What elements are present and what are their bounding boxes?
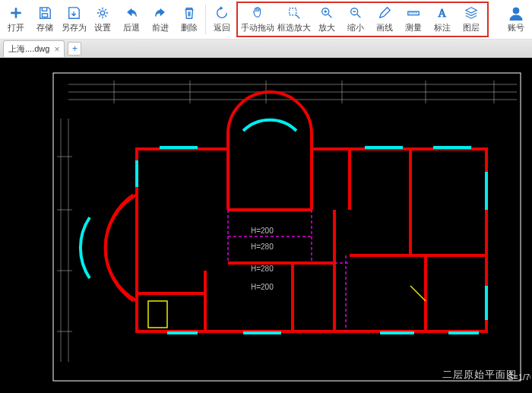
save-icon xyxy=(37,5,52,21)
file-tab[interactable]: 上海....dwg × xyxy=(3,40,65,57)
layers-label: 图层 xyxy=(463,22,480,33)
save-label: 存储 xyxy=(36,22,53,33)
measure-label: 测量 xyxy=(405,22,422,33)
undo-button[interactable]: 后退 xyxy=(117,0,146,39)
back-icon xyxy=(214,5,230,21)
redo-icon xyxy=(153,5,168,21)
pan-label: 手动拖动 xyxy=(241,22,274,33)
undo-label: 后退 xyxy=(123,22,140,33)
highlighted-tool-group: 手动拖动 框选放大 放大 缩小 画线 xyxy=(236,2,489,37)
drawing-title: 二层原始平面图 xyxy=(442,368,517,382)
pencil-icon xyxy=(377,5,392,21)
svg-line-47 xyxy=(410,286,426,301)
plus-icon xyxy=(8,5,24,21)
pan-button[interactable]: 手动拖动 xyxy=(239,3,276,36)
zoombox-button[interactable]: 框选放大 xyxy=(276,3,312,36)
height-label-2: H=280 xyxy=(251,242,274,251)
cad-drawing xyxy=(0,58,532,393)
open-button[interactable]: 打开 xyxy=(2,0,30,39)
redo-label: 前进 xyxy=(152,22,169,33)
saveas-button[interactable]: 另存为 xyxy=(59,0,88,39)
back-button[interactable]: 返回 xyxy=(207,0,236,39)
measure-button[interactable]: 测量 xyxy=(399,3,428,36)
height-label-3: H=280 xyxy=(251,265,274,273)
zoomin-button[interactable]: 放大 xyxy=(312,3,341,36)
svg-rect-0 xyxy=(42,14,47,17)
delete-button[interactable]: 删除 xyxy=(175,0,204,39)
layers-icon xyxy=(464,5,479,21)
svg-rect-8 xyxy=(53,73,521,381)
ruler-icon xyxy=(406,5,421,21)
svg-rect-2 xyxy=(290,8,296,15)
drawing-canvas[interactable]: H=200 H=280 H=280 H=200 二层原始平面图 S=1/70 xyxy=(0,58,532,393)
account-label: 账号 xyxy=(508,22,524,33)
drawing-ratio: S=1/70 xyxy=(508,372,530,382)
svg-rect-5 xyxy=(408,11,419,15)
saveas-label: 另存为 xyxy=(62,22,87,33)
svg-text:A: A xyxy=(439,7,447,19)
trash-icon xyxy=(182,5,197,21)
svg-point-1 xyxy=(100,11,104,14)
settings-label: 设置 xyxy=(94,22,111,33)
add-tab-button[interactable]: + xyxy=(68,42,81,55)
save-button[interactable]: 存储 xyxy=(30,0,59,39)
annotate-label: 标注 xyxy=(434,22,451,33)
toolbar-separator xyxy=(205,5,206,34)
layers-button[interactable]: 图层 xyxy=(457,3,486,36)
text-icon: A xyxy=(435,5,450,21)
open-label: 打开 xyxy=(8,22,24,33)
close-icon[interactable]: × xyxy=(54,44,59,55)
annotate-button[interactable]: A 标注 xyxy=(428,3,457,36)
gear-icon xyxy=(95,5,110,21)
tab-bar: 上海....dwg × + xyxy=(0,40,532,58)
zoom-in-icon xyxy=(319,5,334,21)
svg-rect-46 xyxy=(148,301,167,328)
back-label: 返回 xyxy=(214,22,230,33)
svg-point-7 xyxy=(513,8,519,14)
height-label-4: H=200 xyxy=(251,283,274,291)
drawline-button[interactable]: 画线 xyxy=(370,3,399,36)
delete-label: 删除 xyxy=(181,22,198,33)
zoombox-label: 框选放大 xyxy=(277,22,311,33)
zoomout-button[interactable]: 缩小 xyxy=(341,3,370,36)
settings-button[interactable]: 设置 xyxy=(88,0,117,39)
hand-icon xyxy=(250,5,265,21)
drawline-label: 画线 xyxy=(376,22,393,33)
height-label-1: H=200 xyxy=(251,227,274,235)
tab-label: 上海....dwg xyxy=(8,43,49,55)
user-icon xyxy=(508,5,524,21)
zoomin-label: 放大 xyxy=(318,22,335,33)
zoomout-label: 缩小 xyxy=(347,22,364,33)
zoom-out-icon xyxy=(348,5,363,21)
undo-icon xyxy=(124,5,139,21)
main-toolbar: 打开 存储 另存为 设置 后退 前进 删除 xyxy=(0,0,532,40)
saveas-icon xyxy=(66,5,81,21)
account-button[interactable]: 账号 xyxy=(502,0,530,39)
redo-button[interactable]: 前进 xyxy=(146,0,175,39)
zoom-box-icon xyxy=(287,5,302,21)
